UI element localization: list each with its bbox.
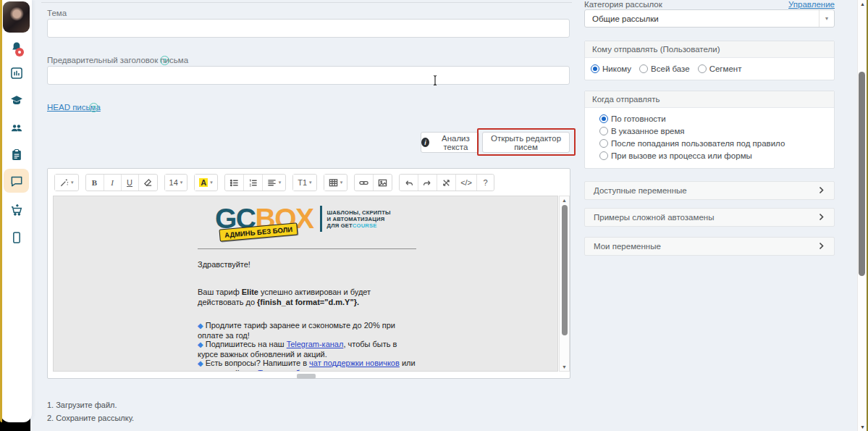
email-greeting: Здравствуйте! bbox=[198, 260, 416, 269]
divider bbox=[41, 2, 572, 3]
image-icon bbox=[378, 178, 387, 188]
email-body: GCBOX ШАБЛОНЫ, СКРИПТЫ И АВТОМАТИЗАЦИЯ Д… bbox=[198, 202, 416, 372]
eraser-icon bbox=[143, 178, 153, 188]
support-chat-link[interactable]: чат поддержки новичков bbox=[309, 359, 400, 367]
scroll-down-icon[interactable]: ▼ bbox=[560, 364, 569, 369]
eraser-button[interactable] bbox=[138, 175, 157, 191]
italic-button[interactable]: I bbox=[104, 175, 121, 191]
undo-icon bbox=[404, 178, 413, 188]
help-icon[interactable]: ? bbox=[160, 56, 169, 65]
window-scrollbar-thumb[interactable] bbox=[859, 72, 865, 276]
accordion-autoreplace-examples[interactable]: Примеры сложной автозамены bbox=[584, 208, 835, 227]
avatar[interactable] bbox=[3, 1, 30, 33]
telegram-channel-link[interactable]: Telegram-канал bbox=[287, 340, 344, 348]
subject-input[interactable] bbox=[47, 19, 570, 38]
bullet-item: ◆ Продлите тариф заранее и сэкономьте до… bbox=[198, 321, 416, 340]
editor-resize-grip[interactable] bbox=[297, 374, 316, 379]
email-paragraph: Ваш тариф Elite успешно активирован и бу… bbox=[198, 287, 416, 307]
messages-icon[interactable] bbox=[9, 173, 24, 188]
editor-scrollbar[interactable]: ▲ ▼ bbox=[559, 196, 570, 372]
email-editor: ▾ B I U 14 ▾ A ▾ bbox=[47, 168, 570, 379]
email-divider bbox=[198, 248, 416, 249]
redo-button[interactable] bbox=[418, 175, 437, 191]
bold-button[interactable]: B bbox=[86, 175, 104, 191]
paragraph-style-button[interactable]: T1 ▾ bbox=[293, 175, 316, 191]
preheader-input[interactable] bbox=[47, 66, 570, 85]
radio-after-rule[interactable]: После попадания пользователя под правило bbox=[599, 139, 834, 148]
category-label: Категория рассылок bbox=[584, 0, 662, 9]
table-button[interactable]: ▾ bbox=[324, 175, 347, 191]
redo-icon bbox=[423, 178, 432, 188]
numbered-list-button[interactable] bbox=[243, 175, 262, 191]
users-icon[interactable] bbox=[9, 120, 24, 135]
chevron-right-icon bbox=[817, 186, 825, 196]
editor-toolbar: ▾ B I U 14 ▾ A ▾ bbox=[54, 174, 494, 191]
tasks-icon[interactable] bbox=[9, 147, 24, 162]
category-select[interactable]: Общие рассылки ▾ bbox=[584, 9, 835, 28]
mobile-icon[interactable] bbox=[9, 230, 24, 245]
when-options: По готовности В указанное время После по… bbox=[585, 108, 834, 160]
education-icon[interactable] bbox=[9, 93, 24, 108]
analyze-label: Анализ текста bbox=[433, 134, 479, 151]
radio-when-ready[interactable]: По готовности bbox=[599, 114, 834, 123]
accordion-my-variables[interactable]: Мои переменные bbox=[584, 237, 835, 256]
radio-at-time[interactable]: В указанное время bbox=[599, 127, 834, 135]
table-icon bbox=[329, 178, 338, 188]
radio-from-process[interactable]: При вызове из процесса или формы bbox=[599, 151, 834, 160]
code-view-button[interactable]: </> bbox=[455, 175, 476, 191]
help-icon[interactable]: ? bbox=[89, 103, 98, 112]
align-icon bbox=[267, 178, 277, 188]
bullet-list-icon bbox=[229, 178, 239, 188]
radio-icon bbox=[591, 64, 599, 73]
magic-wand-icon bbox=[59, 178, 69, 188]
radio-icon bbox=[698, 64, 707, 73]
open-editor-button[interactable]: Открыть редактор писем bbox=[482, 132, 570, 153]
radio-icon bbox=[599, 139, 608, 148]
radio-nobody[interactable]: Никому bbox=[591, 64, 631, 73]
undo-button[interactable] bbox=[400, 175, 418, 191]
radio-segment[interactable]: Сегмент bbox=[698, 64, 742, 73]
magic-wand-button[interactable]: ▾ bbox=[55, 175, 78, 191]
email-preview-canvas[interactable]: GCBOX ШАБЛОНЫ, СКРИПТЫ И АВТОМАТИЗАЦИЯ Д… bbox=[53, 196, 558, 372]
when-panel: Когда отправлять По готовности В указанн… bbox=[584, 91, 835, 169]
editor-scrollbar-thumb[interactable] bbox=[562, 205, 568, 335]
recipients-title: Кому отправлять (Пользователи) bbox=[585, 41, 834, 58]
bullet-list-button[interactable] bbox=[225, 175, 243, 191]
telegram-bot-link[interactable]: Телеграм-ботом bbox=[258, 369, 318, 372]
editor-help-button[interactable]: ? bbox=[476, 175, 494, 191]
scroll-up-icon[interactable]: ▲ bbox=[560, 198, 569, 203]
bullet-item: ◆ Подпишитесь на наш Telegram-канал, что… bbox=[198, 340, 416, 359]
align-button[interactable]: ▾ bbox=[262, 175, 286, 191]
numbered-list-icon bbox=[248, 178, 258, 188]
gcbox-logo: GCBOX ШАБЛОНЫ, СКРИПТЫ И АВТОМАТИЗАЦИЯ Д… bbox=[198, 202, 416, 235]
expand-icon bbox=[442, 178, 451, 188]
text-color-button[interactable]: A ▾ bbox=[195, 175, 216, 191]
logo-tagline: ШАБЛОНЫ, СКРИПТЫ И АВТОМАТИЗАЦИЯ ДЛЯ GET… bbox=[327, 209, 391, 229]
app-screen: Тема Предварительный заголовок письма ? … bbox=[0, 0, 868, 431]
radio-icon bbox=[599, 127, 608, 135]
radio-icon bbox=[639, 64, 648, 73]
chevron-right-icon bbox=[817, 242, 825, 251]
diamond-icon: ◆ bbox=[198, 322, 203, 330]
chevron-right-icon bbox=[817, 213, 825, 222]
fullscreen-button[interactable] bbox=[437, 175, 455, 191]
analytics-icon[interactable] bbox=[9, 65, 24, 80]
accordion-available-variables[interactable]: Доступные переменные bbox=[584, 181, 835, 200]
link-icon bbox=[359, 178, 368, 188]
email-bullet-list: ◆ Продлите тариф заранее и сэкономьте до… bbox=[198, 321, 416, 372]
step-1: 1. Загрузите файл. bbox=[47, 401, 117, 409]
analyze-text-button[interactable]: i Анализ текста bbox=[421, 132, 479, 153]
radio-icon bbox=[599, 114, 608, 123]
font-size-button[interactable]: 14 ▾ bbox=[165, 175, 187, 191]
radio-icon bbox=[599, 151, 608, 160]
notification-badge bbox=[15, 48, 24, 57]
insert-link-button[interactable] bbox=[355, 175, 373, 191]
category-value: Общие рассылки bbox=[585, 14, 819, 23]
step-2: 2. Сохраните рассылку. bbox=[47, 414, 134, 422]
underline-button[interactable]: U bbox=[121, 175, 138, 191]
radio-whole-base[interactable]: Всей базе bbox=[639, 64, 690, 73]
diamond-icon: ◆ bbox=[198, 359, 203, 367]
when-title: Когда отправлять bbox=[585, 91, 834, 108]
insert-image-button[interactable] bbox=[373, 175, 392, 191]
sales-cart-icon[interactable] bbox=[9, 202, 24, 217]
